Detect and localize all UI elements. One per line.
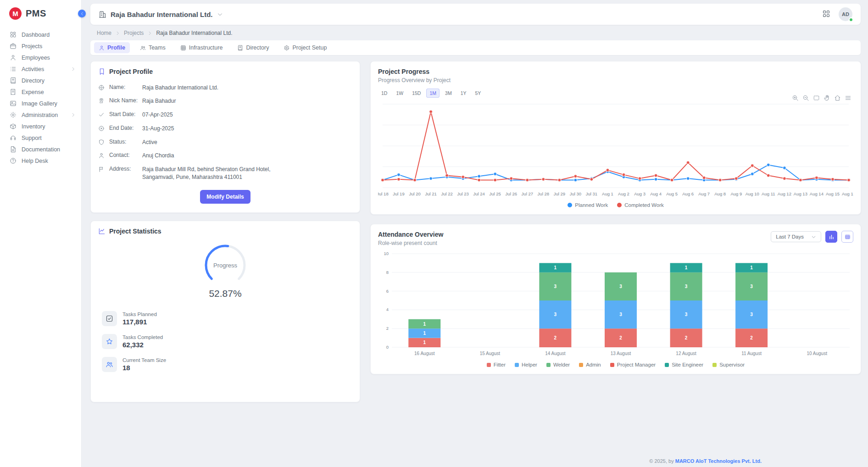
tab-infrastructure[interactable]: Infrastructure	[176, 42, 228, 53]
tab-project-setup[interactable]: Project Setup	[279, 42, 331, 53]
legend-label: Welder	[553, 362, 570, 367]
tab-directory[interactable]: Directory	[233, 42, 273, 53]
svg-text:Jul 29: Jul 29	[554, 191, 565, 196]
sidebar-item-administration[interactable]: Administration	[0, 109, 81, 121]
profile-field-start-date: Start Date:07-Apr-2025	[98, 108, 352, 122]
progress-chart-legend: Planned WorkCompleted Work	[378, 202, 853, 208]
profile-field-status: Status:Active	[98, 135, 352, 149]
range-button-5y[interactable]: 5Y	[472, 89, 484, 98]
stat-value: 117,891	[122, 318, 157, 326]
legend-welder[interactable]: Welder	[546, 362, 570, 367]
svg-text:Jul 31: Jul 31	[586, 191, 597, 196]
sidebar-item-inventory[interactable]: Inventory	[0, 121, 81, 132]
range-button-1d[interactable]: 1D	[378, 89, 390, 98]
zoom-out-icon[interactable]	[802, 95, 809, 101]
svg-text:Progress: Progress	[213, 262, 238, 269]
chevron-right-icon	[115, 31, 120, 36]
sidebar-item-help-desk[interactable]: Help Desk	[0, 155, 81, 167]
svg-text:Aug 15: Aug 15	[826, 191, 840, 196]
range-button-1y[interactable]: 1Y	[457, 89, 470, 98]
sidebar-collapse-button[interactable]	[78, 10, 86, 17]
range-button-3m[interactable]: 3M	[442, 89, 455, 98]
stat-value: 62,332	[122, 341, 163, 349]
legend-helper[interactable]: Helper	[515, 362, 537, 367]
profile-field-address: Address:Raja Bahadur Mill Rd, behind She…	[98, 163, 352, 184]
sidebar-item-employees[interactable]: Employees	[0, 52, 81, 63]
field-label: Name:	[109, 84, 138, 90]
legend-completed-work[interactable]: Completed Work	[617, 202, 663, 208]
sidebar-item-expense[interactable]: Expense	[0, 86, 81, 98]
sidebar-item-label: Expense	[22, 89, 44, 95]
breadcrumb-item-raja-bahadur-international-ltd: Raja Bahadur International Ltd.	[156, 30, 232, 36]
sidebar-item-directory[interactable]: Directory	[0, 75, 81, 86]
profile-card-title: Project Profile	[109, 68, 153, 75]
legend-site-engineer[interactable]: Site Engineer	[665, 362, 703, 367]
user-avatar[interactable]: AD	[839, 7, 852, 21]
pan-icon[interactable]	[823, 95, 830, 101]
breadcrumb-item-home[interactable]: Home	[97, 30, 111, 36]
tab-label: Project Setup	[292, 44, 327, 51]
sidebar-item-documentation[interactable]: Documentation	[0, 144, 81, 155]
range-button-15d[interactable]: 15D	[409, 89, 424, 98]
progress-card-title: Project Progress	[378, 68, 853, 75]
chart-view-toggle[interactable]	[825, 231, 837, 243]
sidebar-nav: DashboardProjectsEmployeesActivitiesDire…	[0, 26, 81, 167]
tab-teams[interactable]: Teams	[135, 42, 170, 53]
date-range-select[interactable]: Last 7 Days	[771, 231, 821, 242]
legend-fitter[interactable]: Fitter	[487, 362, 506, 367]
company-selector[interactable]: Raja Bahadur International Ltd.	[99, 11, 223, 18]
badge-icon	[98, 84, 105, 91]
range-button-1m[interactable]: 1M	[426, 89, 440, 98]
progress-line-chart[interactable]: Jul 18Jul 19Jul 20Jul 21Jul 22Jul 23Jul …	[378, 100, 853, 200]
home-icon[interactable]	[834, 95, 841, 101]
legend-supervisor[interactable]: Supervisor	[712, 362, 745, 367]
sidebar-item-label: Image Gallery	[22, 100, 57, 107]
sidebar-item-image-gallery[interactable]: Image Gallery	[0, 98, 81, 109]
table-icon	[845, 234, 851, 240]
team-icon	[140, 45, 146, 51]
legend-label: Admin	[586, 362, 601, 367]
breadcrumb-item-projects[interactable]: Projects	[124, 30, 144, 36]
legend-admin[interactable]: Admin	[579, 362, 601, 367]
tab-profile[interactable]: Profile	[94, 42, 130, 53]
modify-details-button[interactable]: Modify Details	[200, 190, 250, 204]
svg-text:Aug 10: Aug 10	[746, 191, 759, 196]
sidebar-item-activities[interactable]: Activities	[0, 63, 81, 75]
field-value: Raja Bahadur Mill Rd, behind Sheraton Gr…	[142, 166, 294, 181]
progress-card-subtitle: Progress Overview by Project	[378, 77, 853, 83]
field-value: Raja Bahadur	[142, 97, 176, 105]
svg-text:Aug 11: Aug 11	[762, 191, 775, 196]
breadcrumb: HomeProjectsRaja Bahadur International L…	[90, 25, 861, 40]
zoom-in-icon[interactable]	[792, 95, 799, 101]
attendance-bar-chart[interactable]: 024681011116 August15 August233114 Augus…	[378, 250, 853, 359]
sidebar-item-label: Documentation	[22, 146, 60, 153]
menu-icon[interactable]	[845, 95, 851, 101]
svg-text:2: 2	[685, 335, 688, 340]
profile-fields: Name:Raja Bahadur International Ltd.Nick…	[98, 81, 352, 184]
attendance-card-title: Attendance Overview	[378, 231, 443, 238]
selection-zoom-icon[interactable]	[813, 95, 820, 101]
project-statistics-card: Project Statistics Progress 52.87% Tasks…	[90, 221, 360, 402]
legend-project-manager[interactable]: Project Manager	[610, 362, 656, 367]
tab-bar: ProfileTeamsInfrastructureDirectoryProje…	[90, 40, 861, 55]
field-value: Active	[142, 139, 157, 146]
stat-tasks-completed: Tasks Completed62,332	[102, 334, 352, 349]
legend-marker	[546, 363, 551, 367]
progress-gauge: Progress 52.87%	[98, 241, 352, 299]
sidebar-item-support[interactable]: Support	[0, 132, 81, 144]
stat-text: Tasks Completed62,332	[122, 334, 163, 349]
app-logo[interactable]: M PMS	[0, 0, 81, 26]
sidebar-item-projects[interactable]: Projects	[0, 40, 81, 52]
bar-chart-icon	[829, 234, 835, 240]
chevron-down-icon	[811, 234, 816, 239]
table-view-toggle[interactable]	[841, 231, 853, 243]
svg-text:2: 2	[386, 326, 389, 331]
sidebar-item-dashboard[interactable]: Dashboard	[0, 29, 81, 40]
apps-grid-button[interactable]	[822, 10, 830, 19]
svg-text:3: 3	[554, 284, 557, 289]
svg-text:Jul 24: Jul 24	[473, 191, 485, 196]
range-button-1w[interactable]: 1W	[393, 89, 406, 98]
legend-planned-work[interactable]: Planned Work	[568, 202, 608, 208]
checkbox-icon	[106, 315, 113, 322]
footer-link[interactable]: MARCO AIoT Technologies Pvt. Ltd.	[675, 458, 762, 464]
